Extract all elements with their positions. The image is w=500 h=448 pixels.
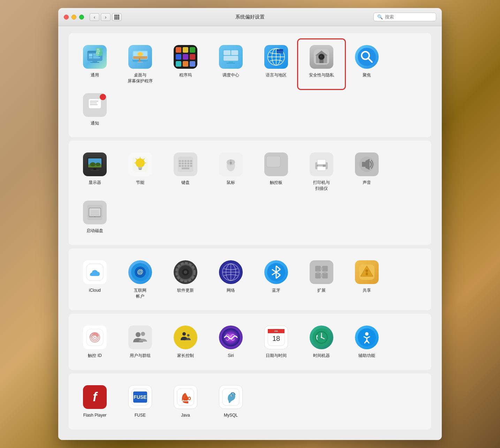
printer-icon-wrapper bbox=[309, 152, 334, 177]
energy-icon-wrapper bbox=[128, 152, 153, 177]
flash-label: Flash Player bbox=[83, 412, 107, 418]
pref-desktop[interactable]: 桌面与屏幕保护程序 bbox=[118, 40, 163, 88]
pref-security[interactable]: 安全性与隐私 bbox=[299, 40, 344, 88]
svg-rect-80 bbox=[182, 165, 184, 167]
svg-rect-8 bbox=[93, 57, 100, 58]
desktop-label: 桌面与屏幕保护程序 bbox=[128, 72, 153, 84]
pref-accessibility[interactable]: 辅助功能 bbox=[344, 321, 389, 363]
svg-point-96 bbox=[317, 165, 318, 166]
pref-bluetooth[interactable]: 蓝牙 bbox=[253, 255, 299, 304]
svg-point-145 bbox=[94, 337, 96, 338]
back-button[interactable]: ‹ bbox=[90, 13, 99, 21]
pref-sharing[interactable]: 共享 bbox=[344, 255, 389, 304]
pref-fuse[interactable]: FUSE FUSE bbox=[118, 380, 163, 423]
fuse-label: FUSE bbox=[135, 412, 146, 418]
pref-startup[interactable]: 启动磁盘 bbox=[72, 196, 118, 238]
pref-internet[interactable]: @ 互联网帐户 bbox=[118, 255, 163, 304]
svg-point-89 bbox=[230, 162, 232, 164]
back-icon: ‹ bbox=[94, 14, 96, 20]
svg-text:@: @ bbox=[137, 268, 143, 275]
pref-language[interactable]: 语言与地区 bbox=[253, 40, 299, 88]
forward-button[interactable]: › bbox=[101, 13, 111, 21]
parental-icon bbox=[174, 326, 197, 349]
svg-text:18: 18 bbox=[272, 335, 280, 342]
java-icon bbox=[174, 385, 197, 409]
svg-rect-24 bbox=[231, 50, 238, 55]
pref-sound[interactable]: 声音 bbox=[344, 148, 389, 196]
pref-display[interactable]: 显示器 bbox=[72, 148, 118, 196]
bluetooth-label: 蓝牙 bbox=[272, 288, 280, 293]
svg-rect-61 bbox=[138, 168, 142, 169]
mouse-label: 鼠标 bbox=[227, 180, 235, 186]
close-button[interactable] bbox=[64, 15, 69, 20]
svg-point-148 bbox=[141, 332, 145, 336]
pref-update[interactable]: 软件更新 bbox=[163, 255, 208, 304]
internet-section: iCloud @ 互联网帐户 bbox=[69, 248, 431, 311]
svg-rect-75 bbox=[182, 163, 184, 164]
pref-notification[interactable]: 通知 bbox=[72, 88, 118, 130]
timemachine-icon-wrapper bbox=[309, 325, 334, 350]
grid-view-button[interactable] bbox=[112, 13, 122, 21]
svg-rect-48 bbox=[90, 101, 98, 102]
sharing-icon bbox=[355, 260, 379, 284]
startup-label: 启动磁盘 bbox=[86, 228, 103, 234]
pref-mysql[interactable]: MySQL bbox=[208, 380, 253, 423]
pref-flash[interactable]: f Flash Player bbox=[72, 380, 118, 423]
personal-section: File New 通用 bbox=[69, 33, 431, 137]
general-label: 通用 bbox=[91, 72, 99, 78]
pref-parental[interactable]: 家长控制 bbox=[163, 321, 208, 363]
bluetooth-icon-wrapper bbox=[264, 260, 289, 285]
traffic-lights bbox=[64, 15, 84, 20]
pref-network[interactable]: 网络 bbox=[208, 255, 253, 304]
svg-rect-83 bbox=[190, 165, 192, 167]
svg-point-107 bbox=[94, 216, 95, 217]
pref-printer[interactable]: 打印机与扫描仪 bbox=[299, 148, 344, 196]
sound-label: 声音 bbox=[363, 180, 371, 186]
pref-general[interactable]: File New 通用 bbox=[72, 40, 118, 88]
svg-rect-94 bbox=[317, 166, 326, 171]
extensions-icon-wrapper bbox=[309, 260, 334, 285]
pref-mouse[interactable]: 鼠标 bbox=[208, 148, 253, 196]
flash-icon-wrapper: f bbox=[82, 384, 107, 410]
pref-keyboard[interactable]: 键盘 bbox=[163, 148, 208, 196]
svg-rect-79 bbox=[179, 165, 181, 167]
svg-rect-11 bbox=[97, 50, 100, 51]
svg-point-136 bbox=[320, 274, 323, 277]
timemachine-icon bbox=[310, 326, 333, 349]
pref-timemachine[interactable]: 时间机器 bbox=[299, 321, 344, 363]
system-preferences-window: ‹ › 系统偏好设置 🔍 bbox=[58, 8, 442, 440]
svg-rect-98 bbox=[362, 162, 365, 167]
pref-energy[interactable]: 节能 bbox=[118, 148, 163, 196]
pref-launchpad[interactable]: 程序坞 bbox=[163, 40, 208, 88]
maximize-button[interactable] bbox=[79, 15, 84, 20]
svg-rect-77 bbox=[187, 163, 189, 164]
pref-datetime[interactable]: JUL 18 日期与时间 bbox=[253, 321, 299, 363]
svg-rect-4 bbox=[89, 54, 92, 57]
search-box[interactable]: 🔍 bbox=[373, 13, 436, 21]
svg-rect-102 bbox=[89, 208, 100, 217]
svg-rect-49 bbox=[90, 103, 97, 103]
svg-rect-60 bbox=[138, 167, 142, 168]
pref-users[interactable]: 用户与群组 bbox=[118, 321, 163, 363]
pref-siri[interactable]: Siri bbox=[208, 321, 253, 363]
svg-point-44 bbox=[358, 48, 376, 66]
pref-trackpad[interactable]: 触控板 bbox=[253, 148, 299, 196]
pref-spotlight[interactable]: 聚焦 bbox=[344, 40, 389, 88]
display-icon bbox=[83, 152, 107, 176]
pref-java[interactable]: Java bbox=[163, 380, 208, 423]
pref-extensions[interactable]: 扩展 bbox=[299, 255, 344, 304]
pref-icloud[interactable]: iCloud bbox=[72, 255, 118, 304]
minimize-button[interactable] bbox=[71, 15, 76, 20]
accessibility-icon bbox=[355, 326, 379, 349]
svg-rect-34 bbox=[277, 49, 283, 51]
pref-touchid[interactable]: 触控 ID bbox=[72, 321, 118, 363]
fuse-icon: FUSE bbox=[128, 385, 152, 409]
svg-rect-132 bbox=[322, 273, 328, 278]
search-input[interactable] bbox=[385, 14, 432, 20]
svg-rect-70 bbox=[182, 160, 184, 162]
printer-label: 打印机与扫描仪 bbox=[313, 180, 330, 192]
pref-mission[interactable]: 调度中心 bbox=[208, 40, 253, 88]
users-label: 用户与群组 bbox=[130, 353, 151, 359]
other-grid: f Flash Player FU bbox=[72, 380, 428, 423]
bluetooth-icon bbox=[264, 260, 288, 284]
